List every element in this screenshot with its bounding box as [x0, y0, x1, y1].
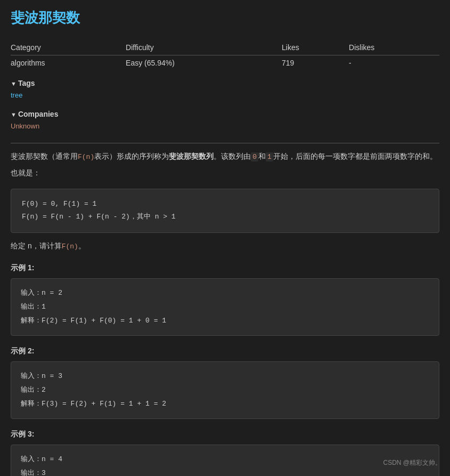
desc-bold: 斐波那契数列 — [169, 152, 214, 160]
company-unknown[interactable]: Unknown — [11, 122, 39, 130]
example-1-label: 示例 1: — [11, 263, 439, 273]
example-1-explanation: 解释：F(2) = F(1) + F(0) = 1 + 0 = 1 — [21, 314, 429, 328]
cell-dislikes: - — [349, 55, 439, 71]
cell-likes: 719 — [282, 55, 349, 71]
desc-part2: 表示）形成的序列称为 — [94, 152, 169, 160]
tag-tree[interactable]: tree — [11, 91, 22, 99]
desc-part3: 。该数列由 — [214, 152, 251, 160]
desc-zero: 0 — [251, 152, 258, 162]
formula-code-block: F(0) = 0, F(1) = 1 F(n) = F(n - 1) + F(n… — [11, 189, 439, 233]
cell-difficulty: Easy (65.94%) — [126, 55, 282, 71]
example-3-label: 示例 3: — [11, 430, 439, 439]
example-3-block: 输入：n = 4 输出：3 解释：F(4) = F(3) + F(2) = 2 … — [11, 445, 439, 476]
question-prefix: 给定 n，请计算 — [11, 241, 62, 250]
watermark: CSDN @精彩文帅。 — [383, 458, 441, 467]
col-header-dislikes: Dislikes — [349, 40, 439, 55]
example-3-input: 输入：n = 4 — [21, 453, 429, 466]
desc-part1: 斐波那契数（通常用 — [11, 152, 78, 160]
table-row: algorithms Easy (65.94%) 719 - — [11, 55, 439, 71]
example-1-output: 输出：1 — [21, 300, 429, 314]
desc-one: 1 — [266, 152, 273, 162]
example-2-input: 输入：n = 3 — [21, 369, 429, 383]
example-3-output: 输出：3 — [21, 466, 429, 476]
desc-fn-inline: F(n) — [78, 153, 94, 161]
companies-section-header[interactable]: Companies — [11, 110, 439, 118]
section-divider — [11, 143, 439, 143]
question-fn: F(n) — [62, 243, 78, 251]
example-2-label: 示例 2: — [11, 346, 439, 356]
formula-line1: F(0) = 0, F(1) = 1 — [22, 198, 428, 211]
example-1-input: 输入：n = 2 — [21, 286, 429, 300]
cell-category: algorithms — [11, 55, 126, 71]
formula-line2: F(n) = F(n - 1) + F(n - 2)，其中 n > 1 — [22, 211, 428, 224]
col-header-category: Category — [11, 40, 126, 55]
col-header-difficulty: Difficulty — [126, 40, 282, 55]
example-2-block: 输入：n = 3 输出：2 解释：F(3) = F(2) + F(1) = 1 … — [11, 361, 439, 419]
desc-part4: 开始，后面的每一项数字都是前面两项数字的和。 — [273, 152, 437, 160]
example-1-block: 输入：n = 2 输出：1 解释：F(2) = F(1) + F(0) = 1 … — [11, 278, 439, 336]
example-2-explanation: 解释：F(3) = F(2) + F(1) = 1 + 1 = 2 — [21, 397, 429, 411]
problem-description: 斐波那契数（通常用F(n)表示）形成的序列称为斐波那契数列。该数列由0和1开始，… — [11, 150, 439, 180]
col-header-likes: Likes — [282, 40, 349, 55]
question-suffix: 。 — [78, 241, 86, 250]
desc-part5: 也就是： — [11, 166, 439, 180]
page-title: 斐波那契数 — [11, 9, 439, 31]
question-text: 给定 n，请计算F(n)。 — [11, 239, 439, 253]
desc-and: 和 — [258, 152, 266, 160]
example-2-output: 输出：2 — [21, 383, 429, 397]
info-table: Category Difficulty Likes Dislikes algor… — [11, 40, 439, 70]
tags-section-header[interactable]: Tags — [11, 79, 439, 87]
page-container: 斐波那契数 Category Difficulty Likes Dislikes… — [0, 0, 450, 476]
